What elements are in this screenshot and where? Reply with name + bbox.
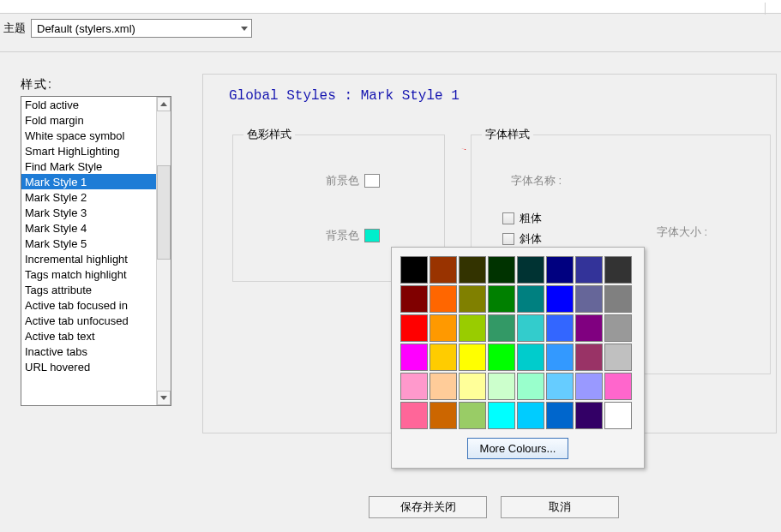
background-row: 背景色: [326, 228, 380, 243]
bottom-buttons: 保存并关闭 取消: [369, 496, 619, 518]
color-swatch[interactable]: [546, 314, 574, 342]
color-group-title: 色彩样式: [243, 127, 295, 142]
color-swatch[interactable]: [546, 402, 574, 429]
color-swatch[interactable]: [430, 344, 457, 371]
window-divider: [0, 0, 781, 14]
color-swatch[interactable]: [575, 256, 603, 284]
style-listbox[interactable]: Fold activeFold marginWhite space symbol…: [21, 96, 171, 406]
bold-checkbox[interactable]: [502, 212, 514, 224]
color-swatch[interactable]: [459, 314, 486, 342]
foreground-row: 前景色: [326, 173, 380, 188]
list-item[interactable]: White space symbol: [21, 128, 156, 143]
color-swatch[interactable]: [400, 373, 428, 400]
bold-label: 粗体: [520, 211, 542, 226]
color-swatch[interactable]: [604, 256, 632, 284]
font-group-title: 字体样式: [482, 127, 533, 142]
color-swatch[interactable]: [517, 344, 544, 371]
theme-label: 主题: [3, 21, 26, 36]
background-swatch[interactable]: [364, 229, 380, 242]
list-item[interactable]: Fold margin: [21, 112, 156, 128]
color-picker-popup: More Colours...: [391, 247, 645, 469]
theme-select[interactable]: Default (stylers.xml): [31, 19, 252, 38]
list-item[interactable]: Tags attribute: [21, 282, 156, 297]
color-swatch[interactable]: [488, 285, 515, 313]
italic-row: 斜体: [502, 231, 542, 247]
background-label: 背景色: [326, 228, 359, 243]
list-item[interactable]: Incremental highlight: [21, 251, 156, 266]
list-item[interactable]: Mark Style 4: [21, 220, 156, 236]
color-swatch[interactable]: [517, 256, 544, 284]
color-swatch[interactable]: [546, 344, 574, 371]
theme-row: 主题 Default (stylers.xml): [3, 19, 252, 38]
color-swatch[interactable]: [575, 373, 603, 400]
list-item[interactable]: Mark Style 5: [21, 236, 156, 251]
italic-checkbox[interactable]: [502, 233, 514, 245]
save-close-button[interactable]: 保存并关闭: [369, 496, 487, 518]
color-swatch[interactable]: [517, 285, 544, 313]
color-swatch[interactable]: [430, 314, 457, 342]
scrollbar[interactable]: [156, 97, 171, 405]
color-swatch[interactable]: [400, 285, 428, 313]
color-swatch[interactable]: [575, 285, 603, 313]
list-item[interactable]: Mark Style 3: [21, 205, 156, 220]
color-swatch[interactable]: [604, 344, 632, 371]
color-swatch[interactable]: [604, 314, 632, 342]
foreground-swatch[interactable]: [364, 174, 380, 188]
list-item[interactable]: URL hovered: [21, 359, 156, 374]
color-swatch[interactable]: [459, 373, 486, 400]
color-swatch[interactable]: [546, 373, 574, 400]
list-item[interactable]: Find Mark Style: [21, 158, 156, 174]
list-item[interactable]: Mark Style 1: [21, 174, 156, 189]
italic-label: 斜体: [520, 231, 542, 247]
color-swatch[interactable]: [488, 314, 515, 342]
scroll-up-button[interactable]: [157, 97, 171, 111]
color-swatch[interactable]: [604, 373, 632, 400]
cancel-button[interactable]: 取消: [501, 496, 619, 518]
color-swatch[interactable]: [430, 402, 457, 429]
color-swatch[interactable]: [517, 314, 544, 342]
chevron-down-icon: [241, 27, 248, 31]
scroll-down-button[interactable]: [157, 391, 171, 405]
list-item[interactable]: Mark Style 2: [21, 189, 156, 205]
font-name-label: 字体名称 :: [511, 173, 562, 188]
color-swatch[interactable]: [575, 344, 603, 371]
color-swatch[interactable]: [604, 285, 632, 313]
list-item[interactable]: Inactive tabs: [21, 344, 156, 359]
color-swatch[interactable]: [488, 373, 515, 400]
list-item[interactable]: Active tab focused in: [21, 297, 156, 313]
color-swatch[interactable]: [488, 344, 515, 371]
color-swatch[interactable]: [575, 402, 603, 429]
list-item[interactable]: Tags match highlight: [21, 266, 156, 282]
color-swatch[interactable]: [459, 285, 486, 313]
divider: [0, 51, 781, 52]
color-swatch[interactable]: [488, 402, 515, 429]
color-swatch[interactable]: [604, 402, 632, 429]
list-item[interactable]: Active tab unfocused: [21, 313, 156, 328]
scrollbar-thumb[interactable]: [157, 165, 171, 260]
list-item[interactable]: Active tab text: [21, 328, 156, 344]
color-swatch[interactable]: [400, 344, 428, 371]
color-swatch[interactable]: [575, 314, 603, 342]
color-swatch[interactable]: [430, 285, 457, 313]
list-item[interactable]: Fold active: [21, 97, 156, 112]
color-swatch[interactable]: [400, 314, 428, 342]
color-swatch[interactable]: [517, 402, 544, 429]
arrow-up-icon: [160, 102, 167, 106]
color-swatch[interactable]: [517, 373, 544, 400]
color-swatch[interactable]: [430, 373, 457, 400]
theme-select-value: Default (stylers.xml): [37, 22, 135, 35]
font-name-row: 字体名称 :: [511, 173, 567, 188]
color-swatch[interactable]: [400, 402, 428, 429]
color-swatch[interactable]: [459, 402, 486, 429]
more-colours-button[interactable]: More Colours...: [467, 438, 569, 459]
color-swatch[interactable]: [430, 256, 457, 284]
color-swatch[interactable]: [488, 256, 515, 284]
style-panel: 样式: Fold activeFold marginWhite space sy…: [21, 77, 171, 406]
list-item[interactable]: Smart HighLighting: [21, 143, 156, 158]
color-swatch[interactable]: [459, 344, 486, 371]
color-swatch[interactable]: [459, 256, 486, 284]
color-swatch[interactable]: [546, 256, 574, 284]
main-title: Global Styles : Mark Style 1: [229, 88, 460, 104]
color-swatch[interactable]: [400, 256, 428, 284]
color-swatch[interactable]: [546, 285, 574, 313]
